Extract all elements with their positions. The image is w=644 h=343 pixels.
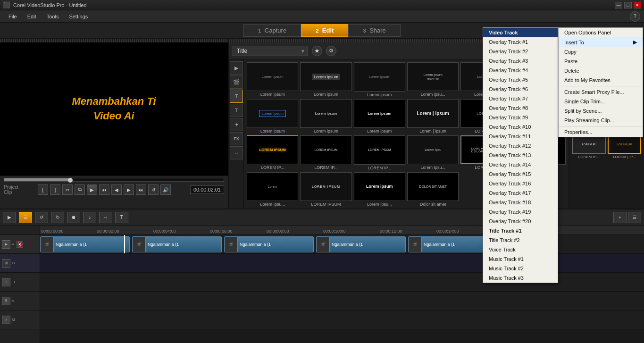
- close-button[interactable]: ✕: [634, 2, 641, 8]
- ctx-single-trim[interactable]: Single Clip Trim...: [559, 97, 643, 106]
- category-select[interactable]: Title: [233, 46, 308, 56]
- lib-transitions-icon[interactable]: ↔: [230, 146, 243, 159]
- next-frame-button[interactable]: ⏭: [136, 184, 146, 195]
- ctx-title-1[interactable]: Title Track #1: [483, 226, 558, 235]
- preview-progress-bar[interactable]: [4, 178, 224, 182]
- ctx-overlay-5[interactable]: Overlay Track #5: [483, 75, 558, 84]
- transition-btn[interactable]: ↔: [99, 212, 112, 223]
- ctx-overlay-3[interactable]: Overlay Track #3: [483, 56, 558, 66]
- mark-in-button[interactable]: [: [38, 184, 48, 195]
- lib-fx-icon[interactable]: FX: [230, 132, 243, 145]
- tab-share[interactable]: 3 Share: [348, 24, 400, 37]
- ctx-overlay-2[interactable]: Overlay Track #2: [483, 47, 558, 56]
- add-to-favorites-button[interactable]: ★: [312, 46, 322, 56]
- ctx-music-1[interactable]: Music Track #1: [483, 254, 558, 264]
- ctx-music-3[interactable]: Music Track #3: [483, 273, 558, 283]
- list-item[interactable]: Lorem Ipsum Lorem ipsum: [247, 99, 298, 134]
- list-item[interactable]: Lorem Lorem Ipsu...: [247, 172, 298, 207]
- table-row[interactable]: 🎬 Ngalammania (1: [224, 236, 314, 252]
- tab-capture[interactable]: 1 Capture: [243, 24, 301, 37]
- ctx-smart-proxy[interactable]: Create Smart Proxy File...: [559, 87, 643, 97]
- ctx-delete[interactable]: Delete: [559, 66, 643, 75]
- ctx-open-options[interactable]: Open Options Panel: [559, 28, 643, 37]
- ctx-overlay-10[interactable]: Overlay Track #10: [483, 122, 558, 132]
- undo-btn[interactable]: ↺: [35, 212, 48, 223]
- list-item[interactable]: Lorem ipsum Lorem ipsum: [354, 99, 405, 134]
- ctx-properties[interactable]: Properties...: [559, 127, 643, 137]
- play-button[interactable]: ▶: [87, 184, 97, 195]
- list-item[interactable]: Lorem ipsum Lorem ipsum: [354, 62, 405, 97]
- table-row[interactable]: 🎬 Ngalammania (1: [132, 236, 222, 252]
- mark-out-button[interactable]: ]: [50, 184, 60, 195]
- ctx-copy[interactable]: Copy: [559, 47, 643, 57]
- add-track-btn[interactable]: +: [613, 212, 627, 223]
- list-item[interactable]: Lorem ipsum Lorem ipsum: [247, 62, 298, 97]
- cut-button[interactable]: ✂: [62, 184, 73, 195]
- insert-text-btn[interactable]: T: [115, 212, 128, 223]
- menu-file[interactable]: File: [4, 12, 22, 21]
- table-row[interactable]: 🎬 Ngalammania (1: [40, 236, 130, 252]
- ctx-overlay-8[interactable]: Overlay Track #8: [483, 103, 558, 113]
- tab-edit[interactable]: 2 Edit: [301, 24, 348, 37]
- mixaudio-btn[interactable]: ♪: [83, 212, 96, 223]
- copy-clip-button[interactable]: ⧉: [75, 184, 85, 195]
- volume-button[interactable]: 🔊: [160, 184, 171, 195]
- list-item[interactable]: LOREM IPSUM LOREM IP...: [247, 135, 298, 170]
- ctx-overlay-17[interactable]: Overlay Track #17: [483, 188, 558, 198]
- ctx-voice[interactable]: Voice Track: [483, 245, 558, 254]
- list-item[interactable]: LOREM IP LOREM IP...: [572, 135, 606, 206]
- redo-btn[interactable]: ↻: [51, 212, 64, 223]
- ctx-overlay-6[interactable]: Overlay Track #6: [483, 84, 558, 94]
- table-row[interactable]: 🎬 Ngalammania (1: [316, 236, 406, 252]
- ctx-overlay-19[interactable]: Overlay Track #19: [483, 207, 558, 217]
- ctx-title-2[interactable]: Title Track #2: [483, 235, 558, 245]
- ctx-music-2[interactable]: Music Track #2: [483, 264, 558, 273]
- list-item[interactable]: Lorem ipsumdolor sit Lorem ipsu...: [407, 62, 459, 97]
- preview-progress-thumb[interactable]: [68, 178, 73, 183]
- list-item[interactable]: Lorem Ipsu Lorem Ipsu...: [407, 135, 459, 170]
- lib-graphics-icon[interactable]: ✦: [230, 118, 243, 131]
- list-item[interactable]: LOREM | IP LOREM | IP...: [608, 135, 642, 206]
- record-btn[interactable]: ⏺: [67, 212, 80, 223]
- ctx-overlay-14[interactable]: Overlay Track #14: [483, 160, 558, 169]
- ctx-overlay-1[interactable]: Overlay Track #1: [483, 37, 558, 47]
- timeline-video-btn[interactable]: ▶: [3, 212, 16, 223]
- ctx-paste[interactable]: Paste: [559, 57, 643, 66]
- ctx-overlay-20[interactable]: Overlay Track #20: [483, 217, 558, 226]
- ctx-overlay-9[interactable]: Overlay Track #9: [483, 113, 558, 122]
- maximize-button[interactable]: □: [624, 2, 632, 8]
- list-item[interactable]: DOLOR SIT AMET Dolor sit amet: [407, 172, 459, 207]
- list-item[interactable]: LOREM IPSUM LOREM IP...: [300, 135, 351, 170]
- menu-edit[interactable]: Edit: [23, 12, 41, 21]
- ctx-add-favorites[interactable]: Add to My Favorites: [559, 75, 643, 85]
- insert-to-submenu[interactable]: Video Track Overlay Track #1 Overlay Tra…: [483, 27, 558, 283]
- loop-button[interactable]: ↺: [148, 184, 159, 195]
- prev-frame-button[interactable]: ⏮: [99, 184, 109, 195]
- ctx-split-scene[interactable]: Split by Scene...: [559, 106, 643, 116]
- help-icon[interactable]: ?: [630, 11, 640, 22]
- step-back-button[interactable]: ◀: [111, 184, 122, 195]
- ctx-overlay-16[interactable]: Overlay Track #16: [483, 179, 558, 188]
- menu-tools[interactable]: Tools: [42, 12, 64, 21]
- lib-text-icon[interactable]: T: [230, 104, 243, 117]
- timeline-storyboard-btn[interactable]: ☰: [19, 212, 32, 223]
- lib-titles-icon[interactable]: T: [230, 90, 243, 103]
- lib-media-icon[interactable]: ▶: [230, 61, 243, 75]
- ctx-overlay-7[interactable]: Overlay Track #7: [483, 94, 558, 103]
- lib-instant-project-icon[interactable]: 🎬: [230, 75, 243, 89]
- list-item[interactable]: Lorem ipsum Lorem ipsum: [300, 99, 351, 134]
- minimize-button[interactable]: —: [615, 2, 622, 8]
- list-item[interactable]: Lorem | ipsum Lorem | ipsum: [407, 99, 459, 134]
- ctx-video-track[interactable]: Video Track: [483, 28, 558, 37]
- options-button[interactable]: ⚙: [326, 46, 336, 56]
- ctx-overlay-4[interactable]: Overlay Track #4: [483, 66, 558, 75]
- ctx-overlay-13[interactable]: Overlay Track #13: [483, 151, 558, 160]
- list-item[interactable]: LOREM IPSUM LOREM IPSUM: [300, 172, 351, 207]
- ctx-overlay-18[interactable]: Overlay Track #18: [483, 198, 558, 207]
- right-context-menu[interactable]: Open Options Panel Insert To ▶ Copy Past…: [558, 27, 643, 137]
- menu-settings[interactable]: Settings: [64, 12, 92, 21]
- ctx-overlay-15[interactable]: Overlay Track #15: [483, 169, 558, 179]
- ctx-overlay-12[interactable]: Overlay Track #12: [483, 141, 558, 151]
- track-settings-btn[interactable]: ☰: [628, 212, 641, 223]
- list-item[interactable]: Lorem ipsum Lorem ipsum: [300, 62, 351, 97]
